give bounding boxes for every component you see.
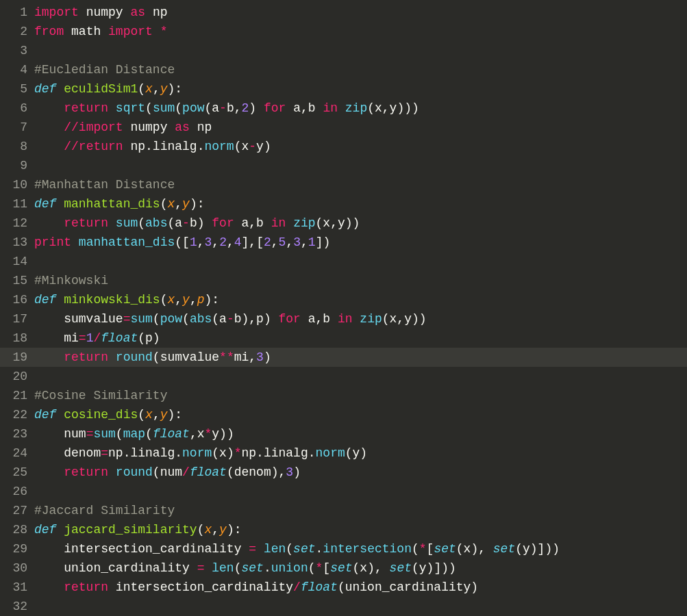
code-line[interactable]: 15#Minkowski [0, 271, 687, 290]
token-punc: , [153, 82, 160, 96]
code-content[interactable]: num=sum(map(float,x*y)) [34, 427, 687, 441]
code-line[interactable]: 3 [0, 41, 687, 60]
token-punc: ( [145, 101, 153, 115]
code-line[interactable]: 20 [0, 367, 687, 386]
token-punc: ]) [316, 235, 331, 249]
token-punc: , [153, 408, 160, 422]
line-number: 23 [0, 427, 34, 441]
code-content[interactable]: //return np.linalg.norm(x-y) [34, 140, 687, 153]
code-content[interactable]: def eculidSim1(x,y): [34, 82, 687, 96]
code-content[interactable]: def cosine_dis(x,y): [34, 408, 687, 422]
token-punc: (y) [345, 446, 367, 460]
token-punc: (denom), [227, 465, 286, 479]
token-punc: (x,y))) [367, 101, 419, 115]
code-content[interactable]: #Cosine Similarity [34, 389, 687, 402]
token-punc [34, 101, 64, 115]
token-call: pow [182, 101, 204, 115]
line-number: 13 [0, 235, 34, 249]
token-punc: a,b [301, 312, 338, 326]
code-content[interactable]: return sum(abs(a-b) for a,b in zip(x,y)) [34, 216, 687, 230]
code-content[interactable]: #Manhattan Distance [34, 178, 687, 192]
code-line[interactable]: 29 intersection_cardinality = len(set.in… [0, 539, 687, 559]
token-punc [56, 197, 64, 211]
code-content[interactable]: from math import * [34, 25, 687, 38]
code-line[interactable]: 25 return round(num/float(denom),3) [0, 463, 687, 482]
code-line[interactable]: 1import numpy as np [0, 3, 687, 22]
code-content[interactable]: union_cardinality = len(set.union(*[set(… [34, 561, 687, 575]
token-calli: set [330, 561, 352, 575]
token-calli: def [34, 523, 56, 537]
code-content[interactable]: #Minkowski [34, 274, 687, 287]
code-line[interactable]: 18 mi=1/float(p) [0, 329, 687, 348]
line-number: 1 [0, 5, 34, 19]
code-line[interactable]: 9 [0, 156, 687, 175]
code-content[interactable]: sumvalue=sum(pow(abs(a-b),p) for a,b in … [34, 312, 687, 326]
token-punc: (a [167, 216, 182, 230]
token-punc [64, 25, 71, 38]
code-line[interactable]: 8 //return np.linalg.norm(x-y) [0, 137, 687, 156]
code-line[interactable]: 22def cosine_dis(x,y): [0, 405, 687, 424]
token-op: - [219, 101, 227, 115]
code-line[interactable]: 31 return intersection_cardinality/float… [0, 578, 687, 597]
code-line[interactable]: 19 return round(sumvalue**mi,3) [0, 348, 687, 367]
code-content[interactable]: def manhattan_dis(x,y): [34, 197, 687, 211]
token-punc: , [227, 235, 234, 249]
code-line[interactable]: 2from math import * [0, 22, 687, 41]
code-line[interactable]: 26 [0, 482, 687, 501]
token-punc: ( [160, 293, 168, 307]
code-content[interactable]: def jaccard_similarity(x,y): [34, 523, 687, 537]
code-line[interactable]: 11def manhattan_dis(x,y): [0, 194, 687, 214]
code-line[interactable]: 27#Jaccard Similarity [0, 501, 687, 520]
code-content[interactable]: return round(sumvalue**mi,3) [34, 350, 687, 364]
code-content[interactable]: return sqrt(sum(pow(a-b,2) for a,b in zi… [34, 101, 687, 115]
code-content[interactable]: return intersection_cardinality/float(un… [34, 580, 687, 594]
code-line[interactable]: 30 union_cardinality = len(set.union(*[s… [0, 559, 687, 578]
code-line[interactable]: 32 [0, 597, 687, 616]
line-number: 31 [0, 580, 34, 594]
token-num: 1 [190, 235, 197, 249]
code-content[interactable]: def minkowski_dis(x,y,p): [34, 293, 687, 307]
token-punc: ( [234, 561, 242, 575]
code-content[interactable]: //import numpy as np [34, 120, 687, 134]
code-line[interactable]: 7 //import numpy as np [0, 118, 687, 137]
code-content[interactable]: #Eucledian Distance [34, 63, 687, 77]
token-punc: , [301, 235, 308, 249]
token-kw: from [34, 25, 64, 38]
token-op: - [249, 140, 256, 153]
line-number: 10 [0, 178, 34, 192]
code-line[interactable]: 12 return sum(abs(a-b) for a,b in zip(x,… [0, 214, 687, 233]
code-line[interactable]: 23 num=sum(map(float,x*y)) [0, 424, 687, 444]
code-line[interactable]: 13print manhattan_dis([1,3,2,4],[2,5,3,1… [0, 233, 687, 252]
token-punc [34, 350, 64, 364]
code-line[interactable]: 21#Cosine Similarity [0, 386, 687, 405]
code-line[interactable]: 16def minkowski_dis(x,y,p): [0, 290, 687, 309]
token-arg: y [182, 293, 190, 307]
code-content[interactable]: return round(num/float(denom),3) [34, 465, 687, 479]
code-line[interactable]: 10#Manhattan Distance [0, 175, 687, 194]
token-punc [108, 350, 116, 364]
token-op: = [249, 542, 256, 556]
code-line[interactable]: 28def jaccard_similarity(x,y): [0, 520, 687, 539]
code-line[interactable]: 6 return sqrt(sum(pow(a-b,2) for a,b in … [0, 99, 687, 118]
code-content[interactable]: #Jaccard Similarity [34, 504, 687, 517]
code-content[interactable]: mi=1/float(p) [34, 331, 687, 345]
code-content[interactable]: import numpy as np [34, 5, 687, 19]
token-punc: (x,y)) [316, 216, 360, 230]
line-number: 15 [0, 274, 34, 287]
code-line[interactable]: 24 denom=np.linalg.norm(x)*np.linalg.nor… [0, 444, 687, 463]
code-content[interactable]: print manhattan_dis([1,3,2,4],[2,5,3,1]) [34, 235, 687, 249]
code-line[interactable]: 5def eculidSim1(x,y): [0, 79, 687, 99]
code-line[interactable]: 4#Eucledian Distance [0, 60, 687, 79]
code-content[interactable]: denom=np.linalg.norm(x)*np.linalg.norm(y… [34, 446, 687, 460]
token-op: // [64, 120, 79, 134]
token-punc: . [264, 561, 271, 575]
token-kw: for [279, 312, 301, 326]
code-editor[interactable]: 1import numpy as np2from math import *34… [0, 0, 687, 616]
code-line[interactable]: 17 sumvalue=sum(pow(abs(a-b),p) for a,b … [0, 309, 687, 329]
line-number: 8 [0, 140, 34, 153]
code-content[interactable]: intersection_cardinality = len(set.inter… [34, 542, 687, 556]
token-num: 1 [308, 235, 316, 249]
token-punc: [ [427, 542, 434, 556]
code-line[interactable]: 14 [0, 252, 687, 271]
line-number: 32 [0, 600, 34, 613]
